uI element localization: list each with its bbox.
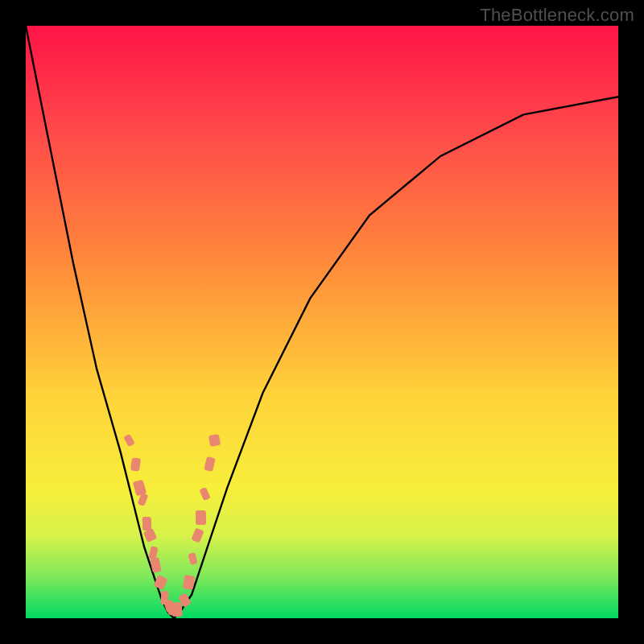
plot-area [26,26,618,618]
curve-path [26,26,618,618]
confetti-dot [130,457,141,471]
chart-frame: TheBottleneck.com [0,0,644,644]
watermark-label: TheBottleneck.com [480,5,634,26]
bottleneck-curve [26,26,618,618]
confetti-dot [208,434,220,447]
confetti-dot [195,510,205,525]
confetti-dot [183,576,195,591]
